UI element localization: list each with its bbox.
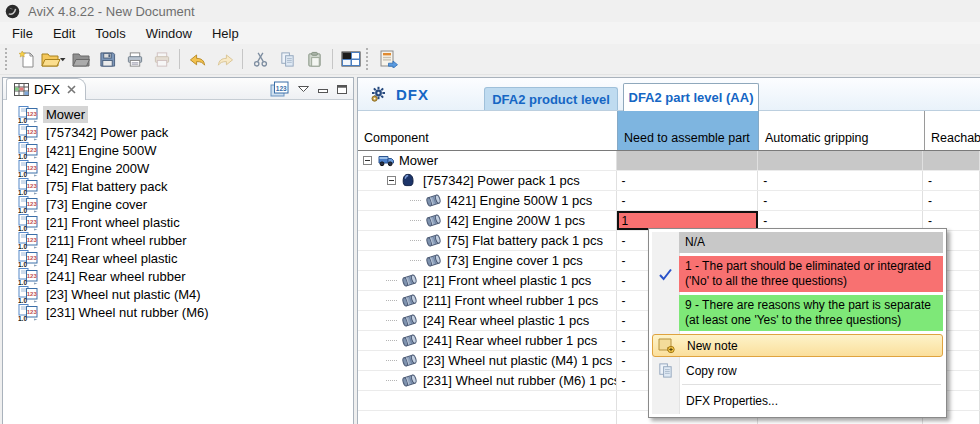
svg-text:123: 123 [27, 309, 38, 315]
component-cell: [231] Wheel nut rubber (M6) 1 pcs [358, 371, 617, 390]
save-icon[interactable] [94, 47, 121, 72]
table-row[interactable]: Mower [358, 151, 980, 171]
menu-edit[interactable]: Edit [43, 23, 85, 44]
menu-window[interactable]: Window [136, 23, 202, 44]
column-header-automatic-gripping[interactable]: Automatic gripping [759, 111, 924, 150]
tree-item[interactable]: 1231.0[241] Rear wheel rubber [3, 267, 353, 285]
menu-command-label: New note [680, 339, 738, 353]
menu-file[interactable]: File [2, 23, 43, 44]
copy-icon[interactable] [274, 47, 301, 72]
tree-item-label: [421] Engine 500W [43, 142, 160, 159]
table-row[interactable]: [757342] Power pack 1 pcs--- [358, 171, 980, 191]
tree-item[interactable]: 1231.0[23] Wheel nut plastic (M4) [3, 285, 353, 303]
new-note-icon [653, 337, 680, 354]
cell-need-to-assemble[interactable]: - [617, 191, 759, 210]
undo-icon[interactable] [184, 47, 211, 72]
paste-icon[interactable] [301, 47, 328, 72]
svg-text:123: 123 [276, 85, 287, 92]
cell-reachability[interactable]: - [923, 171, 980, 190]
menu-command-dfx-properties[interactable]: DFX Properties... [652, 389, 943, 412]
component-cell: [211] Front wheel rubber 1 pcs [358, 291, 617, 310]
menu-command-copy-row[interactable]: Copy row [652, 359, 943, 382]
tree-item[interactable]: 1231.0[24] Rear wheel plastic [3, 249, 353, 267]
toolbar-separator [242, 49, 243, 69]
titlebar: AviX 4.8.22 - New Document [0, 0, 980, 22]
component-label: [24] Rear wheel plastic 1 pcs [423, 313, 589, 328]
component-cell: [241] Rear wheel rubber 1 pcs [358, 331, 617, 350]
component-label: Mower [399, 153, 438, 168]
tab-dfa2-part-level-aa[interactable]: DFA2 part level (AA) [623, 83, 759, 111]
tree-item[interactable]: 1231.0[42] Engine 200W [3, 159, 353, 177]
cell-automatic-gripping[interactable]: - [758, 171, 923, 190]
toolbar-separator [179, 49, 180, 69]
tree-connector [386, 340, 397, 341]
tree-item-label: [757342] Power pack [43, 124, 171, 141]
expander-minus[interactable] [387, 176, 396, 185]
cut-icon[interactable] [247, 47, 274, 72]
column-header-reachability[interactable]: Reachability [924, 111, 980, 150]
column-header-component[interactable]: Component [358, 111, 617, 150]
svg-text:123: 123 [27, 291, 38, 297]
cell-need-to-assemble[interactable]: - [617, 171, 759, 190]
tree-item[interactable]: 1231.0[231] Wheel nut rubber (M6) [3, 303, 353, 321]
minimize-icon[interactable] [318, 85, 328, 94]
menu-help[interactable]: Help [202, 23, 249, 44]
toolbar-drag-handle[interactable] [5, 48, 9, 70]
report-export-icon[interactable] [374, 47, 401, 72]
menu-tools[interactable]: Tools [85, 23, 135, 44]
cell-need-to-assemble[interactable] [617, 151, 759, 170]
tab-dfa2-product-level[interactable]: DFA2 product level [484, 87, 618, 110]
print-preview-icon[interactable] [148, 47, 175, 72]
part-icon [401, 353, 419, 368]
svg-text:1.0: 1.0 [18, 260, 27, 266]
avix-document-icon: 1231.0 [18, 286, 39, 303]
cell-reachability[interactable] [923, 151, 980, 170]
cell-automatic-gripping[interactable] [758, 151, 923, 170]
folder-icon[interactable] [67, 47, 94, 72]
svg-text:123: 123 [27, 111, 38, 117]
table-header: Component Need to assemble part Automati… [358, 111, 980, 151]
expander-minus[interactable] [363, 156, 372, 165]
menu-option-label: 9 - There are reasons why the part is se… [679, 295, 943, 331]
tree-item[interactable]: 1231.0Mower [3, 105, 353, 123]
close-icon[interactable] [67, 85, 76, 94]
print-icon[interactable] [121, 47, 148, 72]
maximize-icon[interactable] [337, 85, 347, 94]
menu-option-9-there-are-reasons-why-the-pa[interactable]: 9 - There are reasons why the part is se… [652, 295, 943, 331]
open-folder-icon[interactable] [40, 47, 67, 72]
menu-option-n-a[interactable]: N/A [652, 232, 943, 253]
tree-connector [386, 380, 397, 381]
svg-text:123: 123 [27, 147, 38, 153]
menu-option-1-the-part-should-be-eliminate[interactable]: 1 - The part should be eliminated or int… [652, 256, 943, 292]
tree-item[interactable]: 1231.0[757342] Power pack [3, 123, 353, 141]
redo-icon[interactable] [211, 47, 238, 72]
tree-item[interactable]: 1231.0[21] Front wheel plastic [3, 213, 353, 231]
cell-automatic-gripping[interactable]: - [758, 191, 923, 210]
table-row[interactable]: [421] Engine 500W 1 pcs--- [358, 191, 980, 211]
column-header-need-to-assemble-part[interactable]: Need to assemble part [617, 111, 759, 150]
part-icon [401, 293, 419, 308]
svg-text:123: 123 [27, 183, 38, 189]
tree-item-label: [21] Front wheel plastic [43, 214, 183, 231]
tree-item[interactable]: 1231.0[73] Engine cover [3, 195, 353, 213]
tree-item-label: [241] Rear wheel rubber [43, 268, 188, 285]
component-cell: [24] Rear wheel plastic 1 pcs [358, 311, 617, 330]
new-document-icon[interactable] [13, 47, 40, 72]
avix-document-icon: 1231.0 [18, 232, 39, 249]
view-menu-chevron-down-icon[interactable] [298, 86, 309, 92]
svg-text:1.0: 1.0 [18, 188, 27, 194]
svg-text:1.0: 1.0 [18, 134, 27, 140]
tree-connector [386, 280, 397, 281]
tree-item[interactable]: 1231.0[75] Flat battery pack [3, 177, 353, 195]
menu-command-new-note[interactable]: New note [652, 334, 943, 357]
part-icon [425, 193, 443, 208]
cell-reachability[interactable]: - [923, 191, 980, 210]
layout-grid-icon[interactable] [337, 47, 364, 72]
tree-item[interactable]: 1231.0[211] Front wheel rubber [3, 231, 353, 249]
view-tab-dfx[interactable]: DFX [6, 78, 86, 100]
view-123-icon[interactable]: 123 [270, 81, 289, 97]
tree-item[interactable]: 1231.0[421] Engine 500W [3, 141, 353, 159]
toolbar-drag-handle[interactable] [366, 48, 370, 70]
tree-connector [386, 360, 397, 361]
avix-document-icon: 1231.0 [18, 106, 39, 123]
